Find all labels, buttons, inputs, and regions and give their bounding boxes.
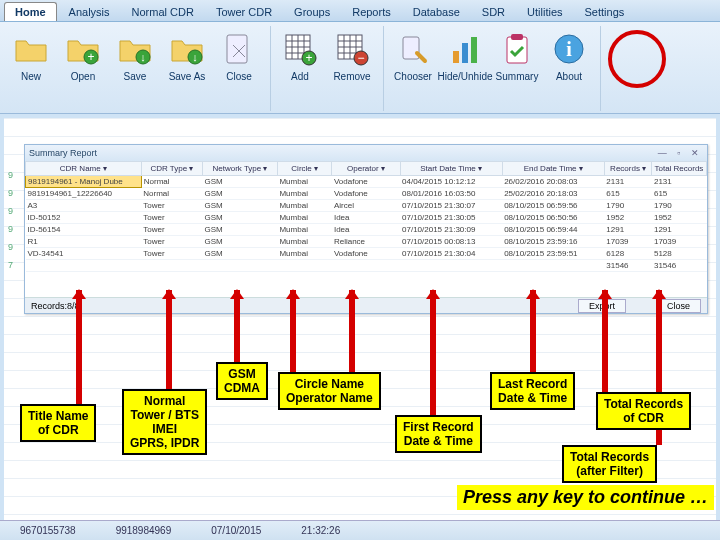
table-row[interactable]: 9819194961 - Manoj DubeNormalGSMMumbaiVo… (26, 176, 707, 188)
grid-plus-icon: + (280, 29, 320, 69)
col-total-records[interactable]: Total Records ▾ (652, 162, 707, 176)
ribbon: New+Open↓Save↓Save AsClose+Add−RemoveCho… (0, 22, 720, 114)
close-label: Close (226, 71, 252, 82)
ribbon-group-file: New+Open↓Save↓Save AsClose (6, 26, 271, 111)
cell-rec: 31546 (604, 260, 652, 272)
cell-start (400, 260, 502, 272)
tab-normal-cdr[interactable]: Normal CDR (122, 3, 204, 21)
col-operator[interactable]: Operator ▾ (332, 162, 400, 176)
tab-home[interactable]: Home (4, 2, 57, 21)
tab-database[interactable]: Database (403, 3, 470, 21)
chooser-button[interactable]: Chooser (388, 26, 438, 111)
arrow-circle (290, 290, 296, 385)
save-label: Save (124, 71, 147, 82)
cell-tot: 2131 (652, 176, 707, 188)
table-row[interactable]: ID-56154TowerGSMMumbaiIdea07/10/2015 21:… (26, 224, 707, 236)
cell-type: Tower (141, 212, 202, 224)
cell-rec: 615 (604, 188, 652, 200)
col-network-type[interactable]: Network Type ▾ (203, 162, 278, 176)
footer-c: 07/10/2015 (211, 525, 261, 536)
tab-utilities[interactable]: Utilities (517, 3, 572, 21)
arrow-network (234, 290, 240, 370)
col-cdr-type[interactable]: CDR Type ▾ (141, 162, 202, 176)
summary-label: Summary (496, 71, 539, 82)
tab-tower-cdr[interactable]: Tower CDR (206, 3, 282, 21)
svg-rect-30 (511, 34, 523, 40)
row-number: 9 (8, 224, 13, 234)
cell-type: Tower (141, 248, 202, 260)
table-row[interactable]: A3TowerGSMMumbaiAircel07/10/2015 21:30:0… (26, 200, 707, 212)
callout-total-flt: Total Records(after Filter) (562, 445, 657, 483)
cell-circle: Mumbai (277, 212, 331, 224)
ribbon-group-view: ChooserHide/UnhideSummaryiAbout (388, 26, 601, 111)
callout-cdr-type: NormalTower / BTSIMEIGPRS, IPDR (122, 389, 207, 455)
hide-button[interactable]: Hide/Unhide (440, 26, 490, 111)
table-row[interactable]: ID-50152TowerGSMMumbaiIdea07/10/2015 21:… (26, 212, 707, 224)
cell-circle: Mumbai (277, 248, 331, 260)
col-circle[interactable]: Circle ▾ (277, 162, 331, 176)
cell-name: ID-50152 (26, 212, 142, 224)
cell-op: Aircel (332, 200, 400, 212)
saveas-label: Save As (169, 71, 206, 82)
folder-down-icon: ↓ (115, 29, 155, 69)
add-label: Add (291, 71, 309, 82)
footer-b: 9918984969 (116, 525, 172, 536)
svg-text:i: i (566, 38, 572, 60)
tab-analysis[interactable]: Analysis (59, 3, 120, 21)
table-row[interactable]: 9819194961_12226640NormalGSMMumbaiVodafo… (26, 188, 707, 200)
tab-reports[interactable]: Reports (342, 3, 401, 21)
table-row[interactable]: VD-34541TowerGSMMumbaiVodafone07/10/2015… (26, 248, 707, 260)
new-label: New (21, 71, 41, 82)
svg-text:−: − (357, 51, 364, 65)
add-button[interactable]: +Add (275, 26, 325, 111)
tab-settings[interactable]: Settings (575, 3, 635, 21)
remove-button[interactable]: −Remove (327, 26, 377, 111)
tab-sdr[interactable]: SDR (472, 3, 515, 21)
tab-groups[interactable]: Groups (284, 3, 340, 21)
cell-name: ID-56154 (26, 224, 142, 236)
arrow-operator (349, 290, 355, 385)
summary-button[interactable]: Summary (492, 26, 542, 111)
cell-net: GSM (203, 212, 278, 224)
cell-name: R1 (26, 236, 142, 248)
cell-net: GSM (203, 176, 278, 188)
table-row[interactable]: R1TowerGSMMumbaiReliance07/10/2015 00:08… (26, 236, 707, 248)
clipboard-icon (497, 29, 537, 69)
cell-op: Reliance (332, 236, 400, 248)
svg-rect-27 (462, 43, 468, 63)
cell-start: 07/10/2015 21:30:09 (400, 224, 502, 236)
close-button[interactable]: Close (214, 26, 264, 111)
col-cdr-name[interactable]: CDR Name ▾ (26, 162, 142, 176)
svg-text:↓: ↓ (140, 51, 146, 63)
cell-name: 9819194961_12226640 (26, 188, 142, 200)
save-button[interactable]: ↓Save (110, 26, 160, 111)
cell-op: Vodafone (332, 188, 400, 200)
col-records[interactable]: Records ▾ (604, 162, 652, 176)
cell-start: 07/10/2015 21:30:07 (400, 200, 502, 212)
cell-type: Tower (141, 236, 202, 248)
about-button[interactable]: iAbout (544, 26, 594, 111)
window-controls[interactable]: — ▫ ✕ (658, 148, 703, 158)
callout-title-name: Title Nameof CDR (20, 404, 96, 442)
cell-rec: 1790 (604, 200, 652, 212)
open-button[interactable]: +Open (58, 26, 108, 111)
col-start-date-time[interactable]: Start Date Time ▾ (400, 162, 502, 176)
callout-last-dt: Last RecordDate & Time (490, 372, 575, 410)
table-row[interactable]: 3154631546 (26, 260, 707, 272)
cell-tot: 1291 (652, 224, 707, 236)
cell-end: 25/02/2016 20:18:03 (502, 188, 604, 200)
bars-icon (445, 29, 485, 69)
new-button[interactable]: New (6, 26, 56, 111)
wrench-icon (393, 29, 433, 69)
cell-tot: 1952 (652, 212, 707, 224)
cell-op: Idea (332, 224, 400, 236)
close-button[interactable]: Close (656, 299, 701, 313)
svg-rect-29 (507, 37, 527, 63)
cell-rec: 17039 (604, 236, 652, 248)
saveas-button[interactable]: ↓Save As (162, 26, 212, 111)
col-end-date-time[interactable]: End Date Time ▾ (502, 162, 604, 176)
arrow-last-dt (530, 290, 536, 380)
cell-circle: Mumbai (277, 176, 331, 188)
cell-type: Normal (141, 176, 202, 188)
svg-rect-26 (453, 51, 459, 63)
